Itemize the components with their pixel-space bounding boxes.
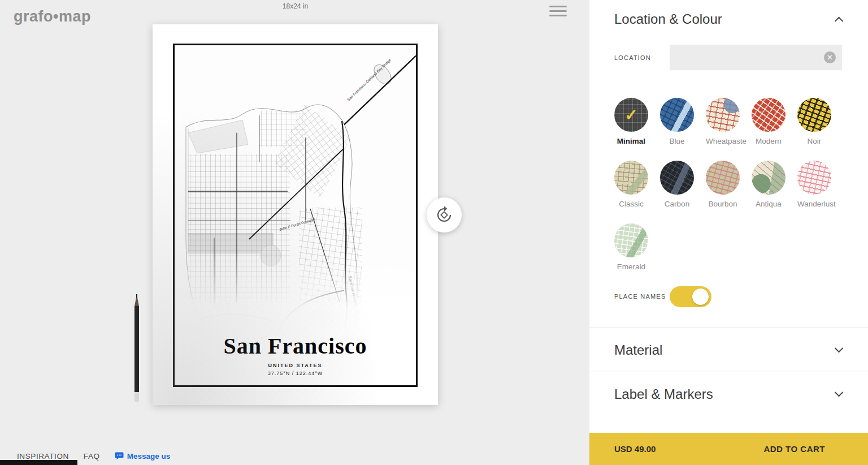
inspiration-link[interactable]: INSPIRATION — [17, 452, 69, 460]
chevron-down-icon — [835, 388, 844, 397]
poster-preview[interactable]: San Francisco–Oakland Bay Bridge John F … — [153, 24, 438, 405]
theme-swatch-wheatpaste[interactable]: Wheatpaste — [706, 98, 740, 145]
theme-swatch-blue[interactable]: Blue — [660, 98, 694, 145]
message-us-label: Message us — [127, 452, 171, 460]
section-title: Material — [614, 342, 662, 358]
location-input[interactable] — [670, 45, 842, 70]
menu-icon[interactable] — [549, 6, 567, 19]
chevron-down-icon — [835, 344, 844, 353]
price-label: USD 49.00 — [614, 444, 656, 454]
poster-frame: San Francisco–Oakland Bay Bridge John F … — [173, 44, 418, 387]
chat-bubble-icon — [115, 451, 124, 460]
material-section-header[interactable]: Material — [614, 328, 842, 372]
theme-swatch-bourbon[interactable]: Bourbon — [706, 161, 740, 208]
pencil-prop — [134, 295, 140, 402]
theme-swatch-modern[interactable]: Modern — [752, 98, 785, 145]
theme-label: Classic — [614, 200, 648, 208]
place-names-label: PLACE NAMES — [614, 291, 670, 303]
message-us-link[interactable]: Message us — [115, 451, 171, 460]
poster-size-label: 18x24 in — [153, 2, 438, 10]
faq-link[interactable]: FAQ — [84, 452, 100, 460]
theme-swatch-classic[interactable]: Classic — [614, 161, 648, 208]
theme-label: Blue — [660, 137, 694, 145]
location-colour-header[interactable]: Location & Colour — [614, 0, 842, 27]
place-names-toggle[interactable] — [670, 286, 711, 307]
bottom-black-bar — [0, 460, 77, 465]
theme-swatch-noir[interactable]: Noir — [797, 98, 831, 145]
design-canvas: grafo•map 18x24 in — [0, 0, 589, 465]
theme-swatch-antiqua[interactable]: Antiqua — [752, 161, 785, 208]
rotate-orientation-button[interactable] — [427, 197, 462, 232]
app-root: grafo•map 18x24 in — [0, 0, 868, 465]
location-label: LOCATION — [614, 54, 670, 61]
clear-location-icon[interactable]: ✕ — [824, 51, 836, 63]
theme-swatch-emerald[interactable]: Emerald — [614, 223, 648, 271]
section-title: Label & Markers — [614, 386, 713, 402]
san-francisco-map: San Francisco–Oakland Bay Bridge John F … — [175, 45, 416, 335]
chevron-up-icon — [835, 16, 844, 25]
place-names-row: PLACE NAMES — [614, 286, 842, 307]
theme-label: Emerald — [614, 262, 648, 271]
cart-bar: USD 49.00 ADD TO CART — [589, 433, 868, 465]
theme-label: Wheatpaste — [706, 137, 740, 145]
theme-label: Antiqua — [752, 200, 785, 208]
theme-label: Noir — [797, 137, 831, 145]
poster-title: San Francisco — [178, 335, 413, 358]
theme-swatch-carbon[interactable]: Carbon — [660, 161, 694, 208]
theme-swatch-grid: ✓ Minimal Blue Wheatpaste Modern — [614, 98, 842, 271]
location-colour-section: Location & Colour LOCATION ✕ ✓ Minimal — [589, 0, 868, 328]
check-icon: ✓ — [614, 98, 648, 132]
theme-label: Carbon — [660, 200, 694, 208]
toggle-knob — [692, 289, 709, 305]
location-row: LOCATION ✕ — [614, 45, 842, 70]
add-to-cart-button[interactable]: ADD TO CART — [763, 444, 825, 454]
theme-swatch-minimal[interactable]: ✓ Minimal — [614, 98, 648, 145]
canvas-footer: INSPIRATION FAQ Message us — [17, 451, 170, 460]
settings-panel: Location & Colour LOCATION ✕ ✓ Minimal — [589, 0, 868, 465]
theme-swatch-wanderlust[interactable]: Wanderlust — [797, 161, 831, 208]
poster-title-block: San Francisco UNITED STATES 37.75°N / 12… — [175, 335, 416, 385]
map-preview: San Francisco–Oakland Bay Bridge John F … — [175, 45, 416, 335]
grafomap-logo: grafo•map — [14, 8, 91, 25]
poster-subtitle: UNITED STATES — [178, 363, 413, 368]
theme-label: Minimal — [614, 137, 648, 145]
label-markers-section-header[interactable]: Label & Markers — [614, 372, 842, 416]
rotate-icon — [435, 206, 453, 224]
theme-label: Modern — [752, 137, 785, 145]
poster-coordinates: 37.75°N / 122.44°W — [178, 371, 413, 376]
theme-label: Bourbon — [706, 200, 740, 208]
theme-label: Wanderlust — [797, 200, 831, 208]
section-title: Location & Colour — [614, 11, 722, 27]
